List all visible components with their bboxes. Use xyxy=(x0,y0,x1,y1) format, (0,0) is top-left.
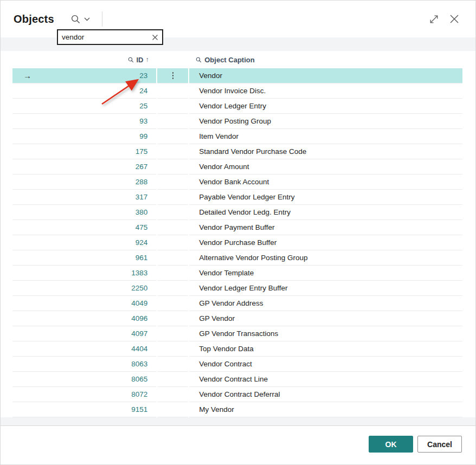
row-id[interactable]: 24 xyxy=(139,87,156,95)
row-caption: Vendor Contract Deferral xyxy=(199,390,280,398)
row-caption: GP Vendor Address xyxy=(199,299,263,307)
row-caption: Vendor Contract Line xyxy=(199,375,268,383)
objects-table: ID ↑ Object Caption → 23 Vend xyxy=(1,51,475,417)
row-id[interactable]: 924 xyxy=(136,238,157,247)
row-caption: Vendor Ledger Entry Buffer xyxy=(199,284,287,292)
toolbar-divider xyxy=(102,11,102,27)
row-caption: GP Vendor xyxy=(199,314,235,322)
row-id[interactable]: 9151 xyxy=(131,405,156,414)
column-header-caption[interactable]: Object Caption xyxy=(189,51,462,68)
row-caption: Vendor Ledger Entry xyxy=(199,102,266,110)
row-id[interactable]: 4097 xyxy=(131,330,156,338)
row-id[interactable]: 93 xyxy=(139,117,156,125)
row-id[interactable]: 175 xyxy=(136,147,157,156)
row-id[interactable]: 317 xyxy=(136,193,157,201)
table-row[interactable]: → 99 Item Vendor xyxy=(12,129,462,144)
row-caption: GP Vendor Transactions xyxy=(199,330,278,338)
row-menu-icon[interactable] xyxy=(170,70,176,81)
row-caption: Top Vendor Data xyxy=(199,345,254,353)
row-id[interactable]: 25 xyxy=(139,102,156,110)
column-header-caption-label: Object Caption xyxy=(204,56,254,64)
row-caption: Vendor xyxy=(199,72,222,80)
row-caption: Vendor Posting Group xyxy=(199,117,271,125)
resize-dialog-icon[interactable] xyxy=(428,13,440,25)
table-row[interactable]: → 24 Vendor Invoice Disc. xyxy=(12,83,462,99)
row-caption: My Vendor xyxy=(199,405,234,414)
row-id[interactable]: 8063 xyxy=(131,360,156,368)
close-icon[interactable] xyxy=(448,13,460,25)
search-toggle-button[interactable] xyxy=(70,14,90,24)
row-id[interactable]: 2250 xyxy=(131,284,156,292)
column-filter-icon xyxy=(196,57,202,63)
table-row[interactable]: → 317 Payable Vendor Ledger Entry xyxy=(12,190,462,205)
page-title: Objects xyxy=(14,13,54,25)
row-caption: Vendor Invoice Disc. xyxy=(199,87,266,95)
row-id[interactable]: 23 xyxy=(139,72,156,80)
table-row[interactable]: → 380 Detailed Vendor Ledg. Entry xyxy=(12,205,462,220)
table-row[interactable]: → 288 Vendor Bank Account xyxy=(12,175,462,190)
clear-search-icon[interactable] xyxy=(148,30,162,44)
objects-dialog: Objects xyxy=(0,0,476,465)
row-id[interactable]: 1383 xyxy=(131,269,156,277)
row-id[interactable]: 380 xyxy=(136,208,157,216)
table-row[interactable]: → 475 Vendor Payment Buffer xyxy=(12,220,462,235)
dialog-header: Objects xyxy=(1,1,475,37)
table-row[interactable]: → 8072 Vendor Contract Deferral xyxy=(12,387,462,402)
cancel-button[interactable]: Cancel xyxy=(417,436,462,453)
table-row[interactable]: → 1383 Vendor Template xyxy=(12,266,462,281)
row-caption: Vendor Amount xyxy=(199,163,249,171)
row-id[interactable]: 288 xyxy=(136,178,157,186)
table-row[interactable]: → 9151 My Vendor xyxy=(12,402,462,417)
row-caption: Vendor Purchase Buffer xyxy=(199,238,276,247)
table-row[interactable]: → 4096 GP Vendor xyxy=(12,311,462,326)
table-row[interactable]: → 175 Standard Vendor Purchase Code xyxy=(12,144,462,159)
row-caption: Alternative Vendor Posting Group xyxy=(199,254,307,262)
row-id[interactable]: 4049 xyxy=(131,299,156,307)
table-row[interactable]: → 4049 GP Vendor Address xyxy=(12,296,462,311)
ok-button[interactable]: OK xyxy=(369,436,413,453)
search-icon xyxy=(70,14,81,24)
table-row[interactable]: → 25 Vendor Ledger Entry xyxy=(12,99,462,114)
search-input[interactable]: vendor xyxy=(57,29,163,45)
row-id[interactable]: 8065 xyxy=(131,375,156,383)
row-caption: Payable Vendor Ledger Entry xyxy=(199,193,294,201)
row-id[interactable]: 4404 xyxy=(131,345,156,353)
row-caption: Vendor Template xyxy=(199,269,254,277)
row-caption: Item Vendor xyxy=(199,132,239,140)
table-row[interactable]: → 23 Vendor xyxy=(12,68,462,83)
table-row[interactable]: → 961 Alternative Vendor Posting Group xyxy=(12,250,462,266)
row-id[interactable]: 267 xyxy=(136,163,157,171)
table-header-row: ID ↑ Object Caption xyxy=(12,51,462,68)
table-row[interactable]: → 8065 Vendor Contract Line xyxy=(12,372,462,387)
row-caption: Standard Vendor Purchase Code xyxy=(199,147,306,156)
table-footer-band xyxy=(1,417,475,425)
chevron-down-icon xyxy=(84,17,90,21)
table-row[interactable]: → 4097 GP Vendor Transactions xyxy=(12,326,462,341)
row-caption: Vendor Payment Buffer xyxy=(199,223,274,231)
row-id[interactable]: 961 xyxy=(136,254,157,262)
column-header-id-label: ID xyxy=(136,56,143,64)
row-caption: Vendor Bank Account xyxy=(199,178,269,186)
column-header-id[interactable]: ID ↑ xyxy=(12,51,156,68)
table-row[interactable]: → 93 Vendor Posting Group xyxy=(12,114,462,129)
table-row[interactable]: → 4404 Top Vendor Data xyxy=(12,341,462,357)
column-filter-icon xyxy=(128,57,134,63)
table-row[interactable]: → 924 Vendor Purchase Buffer xyxy=(12,235,462,250)
sort-ascending-icon: ↑ xyxy=(145,56,149,63)
row-id[interactable]: 475 xyxy=(136,223,157,231)
row-id[interactable]: 8072 xyxy=(131,390,156,398)
row-id[interactable]: 99 xyxy=(139,132,156,140)
dialog-footer: OK Cancel xyxy=(1,425,475,465)
selected-row-arrow-icon: → xyxy=(12,71,34,80)
search-input-value: vendor xyxy=(58,33,148,41)
row-caption: Vendor Contract xyxy=(199,360,252,368)
table-row[interactable]: → 2250 Vendor Ledger Entry Buffer xyxy=(12,281,462,296)
table-body: → 23 Vendor → 24 Vendor Invoice Disc. → … xyxy=(12,68,462,417)
table-row[interactable]: → 8063 Vendor Contract xyxy=(12,357,462,372)
row-id[interactable]: 4096 xyxy=(131,314,156,322)
row-caption: Detailed Vendor Ledg. Entry xyxy=(199,208,291,216)
table-row[interactable]: → 267 Vendor Amount xyxy=(12,159,462,175)
